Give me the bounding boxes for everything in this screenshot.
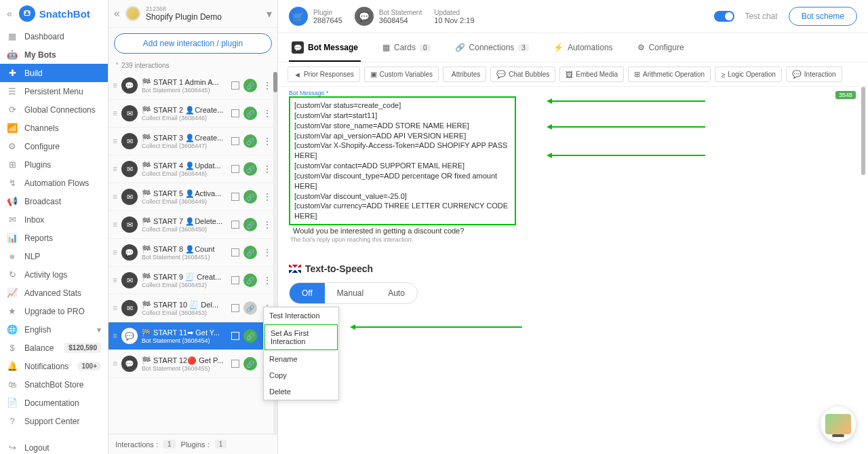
interaction-checkbox[interactable]: [231, 81, 239, 90]
message-scrollbar[interactable]: [861, 87, 865, 175]
nav-documentation[interactable]: 📄Documentation: [0, 394, 108, 412]
tool-chat-bubbles[interactable]: 💬Chat Bubbles: [490, 67, 555, 82]
drag-handle-icon[interactable]: ≡: [113, 109, 117, 118]
tool-attributes[interactable]: Attributes: [443, 67, 486, 82]
nav-plugins[interactable]: ⊞Plugins: [0, 155, 108, 174]
link-icon[interactable]: 🔗: [243, 273, 257, 287]
nav-upgrade-to-pro[interactable]: ★Upgrade to PRO: [0, 302, 108, 320]
interaction-item[interactable]: ≡✉🏁 START 4 👤Updat...Collect Email (3608…: [108, 155, 277, 183]
nav-advanced-stats[interactable]: 📈Advanced Stats: [0, 284, 108, 302]
tool-arithmetic-operation[interactable]: ⊞Arithmetic Operation: [628, 67, 711, 82]
add-interaction-button[interactable]: Add new interaction / plugin: [114, 33, 272, 54]
drag-handle-icon[interactable]: ≡: [113, 248, 117, 257]
tool-interaction[interactable]: 💬Interaction: [786, 67, 842, 82]
more-icon[interactable]: ⋮: [261, 247, 273, 258]
nav-dashboard[interactable]: ▦Dashboard: [0, 27, 108, 45]
link-icon[interactable]: 🔗: [243, 162, 257, 176]
nav-logout[interactable]: ↪ Logout: [0, 438, 108, 454]
interaction-checkbox[interactable]: [231, 276, 239, 284]
tool-logic-operation[interactable]: ≥Logic Operation: [715, 67, 782, 82]
drag-handle-icon[interactable]: ≡: [113, 81, 117, 90]
nav-my-bots[interactable]: 🤖My Bots: [0, 45, 108, 64]
more-icon[interactable]: ⋮: [261, 108, 273, 119]
tool-prior-responses[interactable]: ◄Prior Responses: [288, 67, 360, 82]
interaction-item[interactable]: ≡💬🏁 START 12🔴 Get P...Bot Statement (360…: [108, 350, 277, 378]
link-icon[interactable]: 🔗: [243, 134, 257, 148]
tab-connections[interactable]: 🔗 Connections 3: [452, 35, 532, 60]
bot-scheme-button[interactable]: Bot scheme: [789, 7, 857, 26]
link-icon[interactable]: 🔗: [243, 107, 257, 120]
bot-message-textarea[interactable]: [customVar status=create_code][customVar…: [289, 96, 516, 225]
interaction-checkbox[interactable]: [231, 248, 239, 257]
interaction-item[interactable]: ≡💬🏁 START 8 👤CountBot Statement (3608451…: [108, 239, 277, 267]
nav-automation-flows[interactable]: ↯Automation Flows: [0, 174, 108, 192]
interaction-checkbox[interactable]: [231, 221, 239, 229]
tab-automations[interactable]: ⚡ Automations: [551, 35, 616, 60]
ctx-copy[interactable]: Copy: [264, 367, 338, 383]
bot-dropdown-icon[interactable]: ▾: [267, 7, 272, 20]
help-fab[interactable]: [821, 406, 856, 442]
more-icon[interactable]: ⋮: [261, 219, 273, 230]
more-icon[interactable]: ⋮: [261, 275, 273, 286]
drag-handle-icon[interactable]: ≡: [113, 220, 117, 229]
interaction-checkbox[interactable]: [231, 332, 239, 340]
ctx-test-interaction[interactable]: Test Interaction: [264, 307, 338, 324]
ctx-rename[interactable]: Rename: [264, 351, 338, 367]
link-icon[interactable]: 🔗: [243, 301, 257, 315]
more-icon[interactable]: ⋮: [261, 164, 273, 174]
tab-bot-message[interactable]: 💬 Bot Message: [289, 33, 361, 62]
nav-persistent-menu[interactable]: ☰Persistent Menu: [0, 82, 108, 100]
collapse-list-icon[interactable]: ˄: [115, 62, 119, 69]
nav-snatchbot-store[interactable]: 🛍SnatchBot Store: [0, 375, 108, 394]
interaction-item[interactable]: ≡💬🏁 START 1 Admin A...Bot Statement (360…: [108, 72, 277, 100]
nav-channels[interactable]: 📶Channels: [0, 119, 108, 137]
drag-handle-icon[interactable]: ≡: [113, 359, 117, 368]
nav-support-center[interactable]: ?Support Center: [0, 412, 108, 430]
ctx-delete[interactable]: Delete: [264, 383, 338, 400]
tool-embed-media[interactable]: 🖼Embed Media: [559, 67, 624, 82]
nav-reports[interactable]: 📊Reports: [0, 229, 108, 247]
link-icon[interactable]: 🔗: [243, 218, 257, 231]
nav-build[interactable]: ✚Build: [0, 64, 108, 82]
interaction-checkbox[interactable]: [231, 165, 239, 173]
nav-activity-logs[interactable]: ↻Activity logs: [0, 265, 108, 284]
nav-configure[interactable]: ⚙Configure: [0, 137, 108, 155]
tool-custom-variables[interactable]: ▣Custom Variables: [364, 67, 439, 82]
interaction-item[interactable]: ≡✉🏁 START 10 🧾 Del...Collect Email (3608…: [108, 295, 277, 322]
interaction-item[interactable]: ≡✉🏁 START 7 👤Delete...Collect Email (360…: [108, 211, 277, 239]
interaction-checkbox[interactable]: [231, 360, 239, 368]
tts-manual-button[interactable]: Manual: [325, 283, 376, 303]
drag-handle-icon[interactable]: ≡: [113, 303, 117, 313]
more-icon[interactable]: ⋮: [261, 80, 273, 91]
interaction-item[interactable]: ≡✉🏁 START 3 👤Create...Collect Email (360…: [108, 128, 277, 155]
link-icon[interactable]: 🔗: [243, 357, 257, 371]
tab-cards[interactable]: ▦ Cards 0: [380, 35, 433, 60]
test-chat-toggle[interactable]: [714, 11, 734, 22]
ctx-set-as-first-interaction[interactable]: Set As First Interaction: [264, 324, 338, 350]
tts-auto-button[interactable]: Auto: [376, 283, 417, 303]
nav-inbox[interactable]: ✉Inbox: [0, 210, 108, 229]
nav-broadcast[interactable]: 📢Broadcast: [0, 192, 108, 210]
back-icon[interactable]: «: [114, 7, 120, 20]
collapse-sidebar-icon[interactable]: «: [7, 8, 12, 19]
drag-handle-icon[interactable]: ≡: [113, 136, 117, 146]
interaction-item[interactable]: ≡✉🏁 START 5 👤Activa...Collect Email (360…: [108, 183, 277, 211]
nav-notifications[interactable]: 🔔Notifications100+: [0, 357, 108, 375]
interaction-checkbox[interactable]: [231, 304, 239, 312]
interaction-checkbox[interactable]: [231, 109, 239, 117]
drag-handle-icon[interactable]: ≡: [113, 331, 117, 341]
more-icon[interactable]: ⋮: [261, 191, 273, 202]
drag-handle-icon[interactable]: ≡: [113, 192, 117, 202]
interaction-item[interactable]: ≡💬🏁 START 11➡ Get Y...Bot Statement (360…: [108, 322, 277, 350]
nav-global-connections[interactable]: ⟳Global Connections: [0, 100, 108, 119]
drag-handle-icon[interactable]: ≡: [113, 276, 117, 285]
link-icon[interactable]: 🔗: [243, 246, 257, 259]
tts-off-button[interactable]: Off: [290, 283, 325, 303]
nav-nlp[interactable]: ⎈NLP: [0, 247, 108, 265]
interaction-item[interactable]: ≡✉🏁 START 2 👤Create...Collect Email (360…: [108, 100, 277, 128]
interaction-checkbox[interactable]: [231, 193, 239, 201]
link-icon[interactable]: 🔗: [243, 190, 257, 204]
more-icon[interactable]: ⋮: [261, 136, 273, 147]
nav-balance[interactable]: $Balance$120,590: [0, 339, 108, 357]
link-icon[interactable]: 🔗: [243, 329, 257, 343]
